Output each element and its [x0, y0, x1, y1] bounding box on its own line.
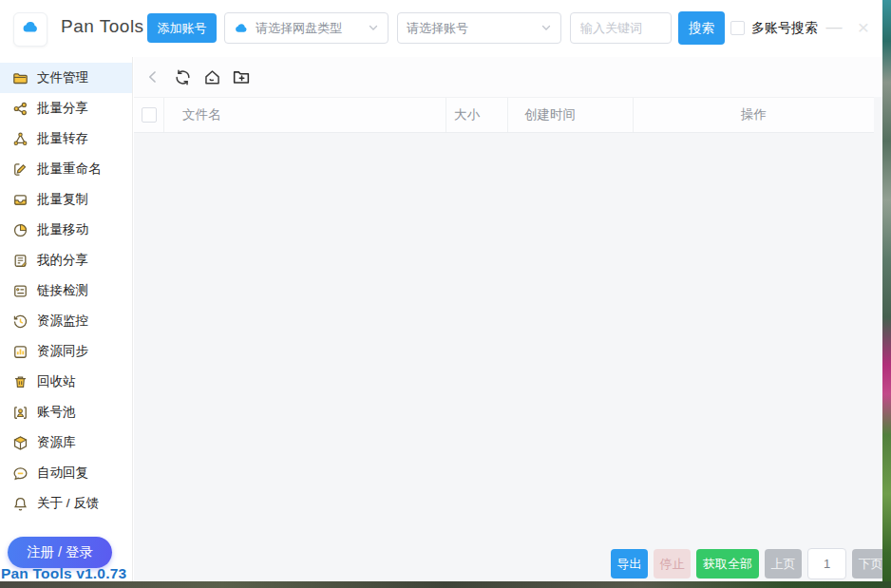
column-filename[interactable]: 文件名: [163, 98, 446, 132]
folder-plus-icon[interactable]: [231, 66, 252, 87]
export-button[interactable]: 导出: [611, 549, 648, 579]
multi-account-checkbox[interactable]: [730, 21, 745, 35]
folder-icon: [12, 70, 28, 86]
sidebar-item-label: 账号池: [37, 404, 76, 421]
trash-icon: [12, 374, 28, 390]
library-cube-icon: [12, 435, 28, 451]
sidebar-item-batch-rename[interactable]: 批量重命名: [0, 154, 132, 184]
auto-reply-icon: [12, 465, 28, 482]
sidebar-item-recycle-bin[interactable]: 回收站: [0, 367, 132, 397]
sidebar-item-label: 批量分享: [37, 100, 88, 117]
my-share-doc-icon: [12, 253, 28, 269]
sidebar-item-batch-transfer[interactable]: 批量转存: [0, 123, 132, 154]
copy-inbox-icon: [12, 192, 28, 208]
file-toolbar: [134, 57, 883, 97]
app-header: Pan Tools 添加账号 请选择网盘类型 请选择账号 搜索 多账号搜索 — …: [0, 0, 883, 57]
cloud-icon: [234, 21, 249, 36]
bell-icon: [12, 496, 28, 512]
sidebar-item-label: 链接检测: [37, 282, 88, 299]
chevron-down-icon: [540, 20, 552, 37]
sidebar: 文件管理 批量分享 批量转存 批量重命名 批量复制 批量移动: [0, 57, 133, 581]
fetch-all-button[interactable]: 获取全部: [696, 549, 759, 579]
link-check-icon: [12, 283, 28, 299]
search-button[interactable]: 搜索: [678, 11, 725, 45]
sidebar-menu: 文件管理 批量分享 批量转存 批量重命名 批量复制 批量移动: [0, 57, 132, 519]
sidebar-item-label: 批量转存: [37, 130, 88, 147]
sidebar-item-label: 资源同步: [37, 343, 88, 360]
account-placeholder: 请选择账号: [407, 20, 540, 37]
sidebar-item-batch-share[interactable]: 批量分享: [0, 93, 132, 123]
sidebar-item-label: 文件管理: [37, 69, 88, 86]
desktop-wallpaper-bottom-edge: [0, 581, 891, 588]
sidebar-item-label: 自动回复: [37, 465, 88, 482]
sidebar-item-label: 批量复制: [37, 191, 88, 208]
chevron-down-icon: [368, 20, 379, 37]
app-window: Pan Tools 添加账号 请选择网盘类型 请选择账号 搜索 多账号搜索 — …: [0, 0, 883, 581]
sidebar-item-file-manager[interactable]: 文件管理: [0, 63, 132, 93]
sidebar-item-batch-move[interactable]: 批量移动: [0, 215, 132, 245]
select-all-checkbox[interactable]: [142, 107, 157, 123]
move-pie-icon: [12, 222, 28, 238]
sidebar-item-my-shares[interactable]: 我的分享: [0, 245, 132, 275]
column-created[interactable]: 创建时间: [507, 98, 633, 132]
account-pool-icon: [12, 405, 28, 421]
cloud-icon: [21, 18, 40, 41]
multi-account-label: 多账号搜索: [751, 20, 818, 37]
sidebar-item-label: 我的分享: [37, 252, 88, 269]
sidebar-item-label: 资源库: [37, 434, 76, 451]
sidebar-item-resource-library[interactable]: 资源库: [0, 427, 132, 458]
sidebar-item-resource-sync[interactable]: 资源同步: [0, 336, 132, 367]
transfer-icon: [12, 131, 28, 147]
monitor-clock-icon: [12, 313, 28, 330]
page-number-input[interactable]: [807, 548, 846, 579]
refresh-icon[interactable]: [172, 66, 193, 87]
minimize-button[interactable]: —: [823, 16, 845, 39]
select-all-cell: [134, 98, 163, 132]
rename-pen-icon: [12, 161, 28, 178]
pagination-bar: 导出 停止 获取全部 上页 下页: [611, 548, 889, 579]
register-login-button[interactable]: 注册 / 登录: [8, 537, 112, 568]
sidebar-item-about-feedback[interactable]: 关于 / 反馈: [0, 488, 132, 519]
sidebar-item-label: 资源监控: [37, 313, 88, 330]
column-operations[interactable]: 操作: [633, 98, 874, 132]
home-icon[interactable]: [201, 66, 222, 87]
add-account-button[interactable]: 添加账号: [147, 13, 217, 43]
sidebar-item-resource-monitor[interactable]: 资源监控: [0, 306, 132, 336]
app-logo: [13, 12, 47, 47]
prev-page-button[interactable]: 上页: [765, 549, 802, 579]
sidebar-item-account-pool[interactable]: 账号池: [0, 397, 132, 427]
sidebar-item-batch-copy[interactable]: 批量复制: [0, 184, 132, 215]
sidebar-item-label: 关于 / 反馈: [37, 495, 99, 512]
table-header: 文件名 大小 创建时间 操作: [134, 97, 874, 133]
main-content-area: [134, 57, 883, 581]
desktop-wallpaper-right-edge: [882, 0, 891, 588]
column-size[interactable]: 大小: [446, 98, 507, 132]
sidebar-item-label: 回收站: [37, 373, 76, 390]
app-title: Pan Tools: [61, 16, 144, 37]
sidebar-item-label: 批量移动: [37, 221, 88, 238]
sync-chart-icon: [12, 344, 28, 360]
drive-type-select[interactable]: 请选择网盘类型: [224, 12, 389, 44]
sidebar-item-auto-reply[interactable]: 自动回复: [0, 458, 132, 488]
drive-type-placeholder: 请选择网盘类型: [256, 20, 368, 37]
back-button[interactable]: [142, 66, 163, 87]
sidebar-item-label: 批量重命名: [37, 161, 102, 178]
app-version: Pan Tools v1.0.73: [1, 565, 126, 582]
keyword-input[interactable]: [570, 12, 672, 44]
account-select[interactable]: 请选择账号: [397, 12, 561, 44]
share-nodes-icon: [12, 101, 28, 117]
sidebar-item-link-check[interactable]: 链接检测: [0, 275, 132, 306]
stop-button[interactable]: 停止: [654, 549, 691, 579]
close-button[interactable]: ×: [851, 15, 876, 40]
